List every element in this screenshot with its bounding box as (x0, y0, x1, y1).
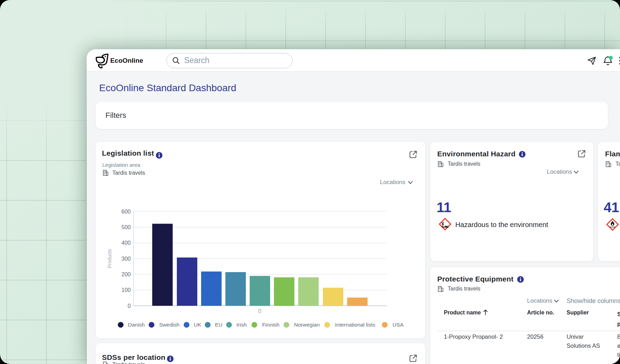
svg-text:300: 300 (121, 256, 131, 262)
svg-text:400: 400 (121, 240, 131, 246)
svg-text:International lists: International lists (335, 322, 376, 328)
svg-text:UK: UK (194, 322, 201, 328)
svg-text:500: 500 (121, 224, 131, 230)
svg-text:Norwegian: Norwegian (294, 322, 320, 328)
svg-text:0: 0 (128, 303, 131, 309)
svg-text:Finnish: Finnish (262, 322, 279, 328)
svg-text:100: 100 (121, 287, 131, 293)
svg-text:Products: Products (107, 249, 112, 268)
svg-text:Swedish: Swedish (159, 322, 180, 328)
svg-text:Irish: Irish (236, 322, 247, 328)
svg-text:Danish: Danish (128, 322, 145, 328)
svg-text:600: 600 (121, 209, 131, 215)
svg-text:0: 0 (258, 308, 261, 314)
svg-text:200: 200 (121, 271, 131, 277)
svg-text:EU: EU (215, 322, 223, 328)
svg-text:USA: USA (393, 322, 404, 328)
